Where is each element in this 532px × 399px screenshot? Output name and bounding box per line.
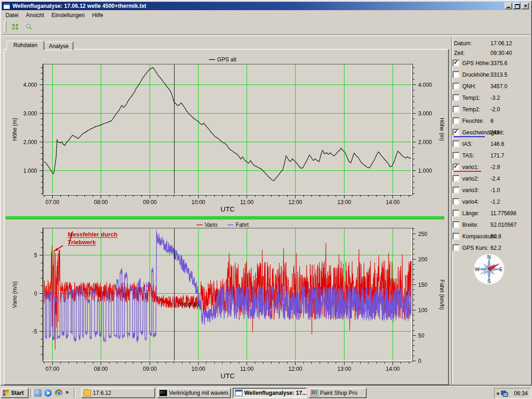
sidebar-value: 3313.5 [490, 72, 508, 78]
compass-label-s: S [487, 278, 490, 284]
sidebar-value: 3457.0 [490, 83, 508, 90]
chart-separator [6, 216, 444, 219]
taskbar-button-label: Verknüpfung mit wavem... [169, 390, 231, 396]
sidebar-row-breite: Breite:52.010567 [453, 221, 531, 229]
menu-datei[interactable]: Datei [2, 12, 22, 19]
compass-label-w: W [475, 266, 480, 272]
sidebar-value: 6 [490, 118, 494, 124]
sidebar-value: -2.0 [490, 106, 500, 113]
checkbox-unchecked[interactable] [453, 221, 459, 228]
tab-rohdaten[interactable]: Rohdaten [6, 41, 44, 50]
sidebar-label: Temp1: [462, 95, 480, 101]
checkbox-checked[interactable]: ✓ [453, 60, 459, 66]
sidebar-row-datum: Datum:17.06.12 [453, 39, 531, 47]
checkbox-unchecked[interactable] [453, 71, 459, 78]
window-icon [3, 3, 10, 9]
taskbar-button-console[interactable]: C:\Verknüpfung mit wavem... [157, 388, 231, 398]
checkbox-unchecked[interactable] [453, 106, 459, 113]
start-button[interactable]: Start [1, 388, 29, 398]
taskbar-button-label: Paint Shop Pro [320, 390, 357, 396]
sidebar-row-ias: IAS:146.6 [453, 140, 531, 148]
menu-bar: Datei Ansicht Einstellungen Hilfe [2, 11, 530, 19]
sidebar-row-geschwindigkeit: ✓Geschwindigkeit:243 [453, 128, 531, 136]
checkbox-unchecked[interactable] [453, 94, 459, 101]
toolbar [2, 20, 530, 34]
quick-launch-browser-icon[interactable] [55, 389, 62, 397]
checkbox-unchecked[interactable] [453, 117, 459, 124]
network-icon[interactable] [501, 391, 508, 396]
sidebar-label: vario1: [462, 164, 479, 170]
data-sidebar: Datum:17.06.12Zeit:09:30:40✓GPS Höhe:337… [453, 0, 531, 386]
sidebar-row-feuchte: Feuchte:6 [453, 117, 531, 125]
taskbar: Start » 17.6.12C:\Verknüpfung mit wavem.… [0, 386, 532, 399]
zoom-icon [26, 22, 32, 32]
sidebar-value: -1.0 [490, 187, 500, 193]
sidebar-value: 171.7 [490, 152, 504, 159]
sidebar-row-temp2: Temp2:-2.0 [453, 105, 531, 113]
menu-ansicht[interactable]: Ansicht [22, 12, 48, 19]
sidebar-value: 146.6 [490, 141, 504, 147]
sidebar-row-gpskurs: GPS Kurs:62.2 [453, 244, 531, 252]
window-icon [235, 390, 242, 396]
taskbar-button-psp[interactable]: Paint Shop Pro [308, 388, 367, 398]
quick-launch-media-player-icon[interactable] [44, 389, 52, 397]
quick-launch-app-icon[interactable] [34, 389, 42, 397]
tray-chevron[interactable]: « [496, 390, 500, 397]
sidebar-label: Zeit: [454, 50, 465, 56]
taskbar-button-label: Wellenfluganalyse: 17... [244, 390, 307, 396]
check-icon: ✓ [453, 59, 458, 66]
sidebar-value: 3375.6 [490, 60, 508, 66]
system-tray: « 06:34 [494, 388, 531, 399]
taskbar-separator [30, 388, 32, 398]
checkbox-unchecked[interactable] [453, 233, 459, 240]
checkbox-unchecked[interactable] [453, 187, 459, 193]
taskbar-button-window[interactable]: Wellenfluganalyse: 17... [233, 388, 307, 398]
compass-label-e: E [499, 266, 502, 272]
check-icon: ✓ [453, 163, 458, 169]
checkbox-unchecked[interactable] [453, 198, 459, 205]
psp-icon [311, 390, 318, 396]
altitude-chart-canvas[interactable] [6, 55, 446, 217]
sidebar-label: vario4: [462, 199, 479, 205]
series-underline [453, 136, 485, 137]
windows-logo-icon [3, 389, 9, 396]
title-bar: Wellenfluganalyse: 17.06.12 welle 4500+t… [2, 2, 530, 10]
sidebar-label: Temp2: [462, 106, 480, 113]
checkbox-checked[interactable]: ✓ [453, 129, 459, 136]
checkbox-checked[interactable]: ✓ [453, 163, 459, 170]
sidebar-value: -1.2 [490, 199, 500, 205]
sidebar-label: Datum: [454, 40, 472, 47]
quick-launch-overflow-chevron[interactable]: » [66, 389, 69, 395]
sidebar-row-temp1: Temp1:-3.2 [453, 94, 531, 102]
sidebar-label: Druckhöhe: [462, 72, 490, 78]
checkbox-unchecked[interactable] [453, 83, 459, 90]
start-label: Start [11, 390, 24, 396]
zoom-button[interactable] [23, 21, 35, 33]
vario-speed-chart-canvas[interactable] [6, 221, 446, 383]
menu-einstellungen[interactable]: Einstellungen [48, 12, 88, 19]
checkbox-unchecked[interactable] [453, 244, 459, 251]
sidebar-value: 62.2 [490, 245, 501, 251]
sidebar-label: Länge: [462, 210, 479, 217]
sidebar-value: 243 [490, 129, 500, 136]
sidebar-row-kompasskurs: Kompasskurs:50.8 [453, 232, 531, 240]
checkbox-unchecked[interactable] [453, 152, 459, 159]
tab-analyse[interactable]: Analyse [44, 42, 73, 50]
checkbox-unchecked[interactable] [453, 175, 459, 182]
sidebar-row-vario2: vario2:-2.4 [453, 175, 531, 182]
sidebar-row-gpshöhe: ✓GPS Höhe:3375.6 [453, 59, 531, 67]
sidebar-row-zeit: Zeit:09:30:40 [453, 49, 531, 57]
fit-view-button[interactable] [9, 21, 21, 33]
checkbox-unchecked[interactable] [453, 210, 459, 217]
checkbox-unchecked[interactable] [453, 140, 459, 147]
sidebar-row-qnh: QNH:3457.0 [453, 82, 531, 90]
toolbar-gripper[interactable] [4, 21, 6, 32]
sidebar-row-vario3: vario3:-1.0 [453, 186, 531, 194]
console-icon: C:\ [159, 390, 167, 396]
sidebar-label: GPS Höhe: [462, 60, 490, 66]
sidebar-value: 17.06.12 [490, 40, 512, 47]
taskbar-button-folder[interactable]: 17.6.12 [81, 388, 155, 398]
sidebar-value: -3.2 [490, 95, 500, 101]
menu-hilfe[interactable]: Hilfe [88, 12, 107, 19]
sidebar-value: -2.4 [490, 175, 500, 182]
